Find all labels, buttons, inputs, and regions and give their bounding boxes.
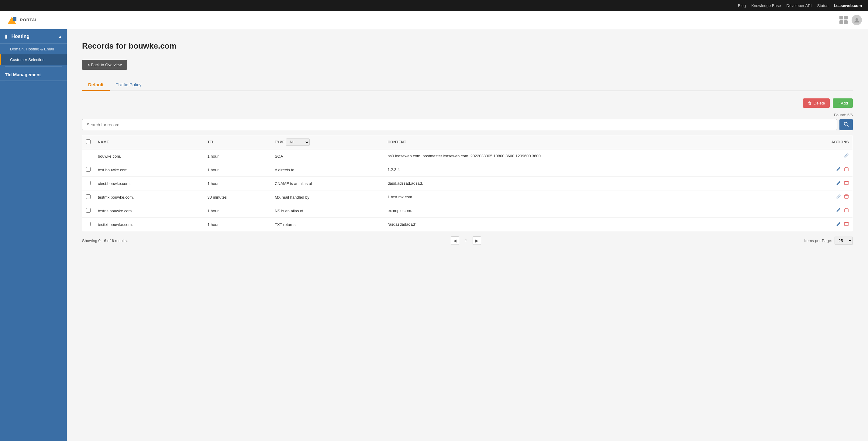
row-actions bbox=[789, 191, 852, 204]
header-ttl: TTL bbox=[204, 135, 271, 149]
row-checkbox[interactable] bbox=[86, 208, 91, 213]
next-page-button[interactable]: ▶ bbox=[473, 236, 481, 245]
nav-knowledge-base[interactable]: Knowledge Base bbox=[751, 3, 781, 8]
sidebar-item-customer[interactable]: Customer Selection bbox=[0, 54, 67, 65]
pagination-row: Showing 0 - 6 of 6 results. ◀ 1 ▶ Items … bbox=[82, 236, 853, 245]
delete-row-icon[interactable] bbox=[844, 194, 849, 200]
row-ttl: 1 hour bbox=[204, 218, 271, 231]
row-checkbox-cell bbox=[82, 191, 95, 204]
row-type: MX mail handled by bbox=[271, 191, 384, 204]
row-ttl: 1 hour bbox=[204, 163, 271, 177]
header-actions: ACTIONS bbox=[789, 135, 852, 149]
row-checkbox[interactable] bbox=[86, 167, 91, 172]
row-content: dasd.adssad.adsad. bbox=[384, 177, 789, 191]
current-page: 1 bbox=[462, 236, 470, 245]
row-actions bbox=[789, 149, 852, 163]
table-row: testns.bouwke.com.1 hourNS is an alias o… bbox=[82, 204, 853, 218]
edit-icon[interactable] bbox=[836, 194, 841, 200]
row-name: bouwke.com. bbox=[94, 149, 204, 163]
header-bar: PORTAL bbox=[0, 11, 868, 29]
row-name: testtxt.bouwke.com. bbox=[94, 218, 204, 231]
svg-rect-8 bbox=[845, 195, 848, 198]
row-ttl: 1 hour bbox=[204, 204, 271, 218]
found-count: Found: 6/6 bbox=[82, 113, 853, 117]
edit-icon[interactable] bbox=[836, 222, 841, 228]
svg-rect-10 bbox=[845, 223, 848, 226]
sidebar-section-hosting: ▮ Hosting ▲ Domain, Hosting & Email Cust… bbox=[0, 29, 67, 65]
edit-icon[interactable] bbox=[836, 208, 841, 214]
row-ttl: 30 minutes bbox=[204, 191, 271, 204]
sidebar-arrow-icon: ▲ bbox=[58, 34, 62, 39]
nav-blog[interactable]: Blog bbox=[738, 3, 746, 8]
search-button[interactable] bbox=[839, 119, 853, 130]
table-row: testmx.bouwke.com.30 minutesMX mail hand… bbox=[82, 191, 853, 204]
logo-text: PORTAL bbox=[20, 18, 38, 22]
sidebar-divider bbox=[5, 66, 62, 67]
sidebar-item-domain[interactable]: Domain, Hosting & Email bbox=[0, 44, 67, 54]
grid-icon[interactable] bbox=[839, 16, 848, 24]
tab-traffic-policy[interactable]: Traffic Policy bbox=[110, 79, 148, 91]
leaseweb-logo-icon bbox=[6, 14, 18, 26]
row-checkbox[interactable] bbox=[86, 222, 91, 226]
search-input[interactable] bbox=[82, 119, 837, 130]
row-content: "asdasdadadad" bbox=[384, 218, 789, 231]
delete-button[interactable]: 🗑 Delete bbox=[803, 98, 830, 108]
tab-bar: Default Traffic Policy bbox=[82, 79, 853, 91]
sidebar-hosting-label: Hosting bbox=[11, 34, 29, 39]
row-name: ctest.bouwke.com. bbox=[94, 177, 204, 191]
row-checkbox-cell bbox=[82, 204, 95, 218]
edit-icon[interactable] bbox=[844, 153, 849, 159]
row-type: TXT returns bbox=[271, 218, 384, 231]
header-type: TYPE All A AAAA CNAME MX NS SOA TXT bbox=[271, 135, 384, 149]
row-actions bbox=[789, 204, 852, 218]
row-checkbox[interactable] bbox=[86, 181, 91, 185]
sidebar-hosting-header[interactable]: ▮ Hosting ▲ bbox=[0, 29, 67, 44]
header-right bbox=[839, 15, 862, 25]
add-button[interactable]: + Add bbox=[833, 98, 853, 108]
pagination-controls: ◀ 1 ▶ bbox=[451, 236, 481, 245]
row-actions bbox=[789, 177, 852, 191]
svg-rect-6 bbox=[845, 168, 848, 171]
delete-row-icon[interactable] bbox=[844, 208, 849, 214]
logo-area: PORTAL bbox=[6, 14, 73, 26]
select-all-checkbox[interactable] bbox=[86, 139, 91, 144]
svg-line-5 bbox=[847, 125, 848, 127]
row-content: 1.2.3.4 bbox=[384, 163, 789, 177]
row-type: NS is an alias of bbox=[271, 204, 384, 218]
tab-default[interactable]: Default bbox=[82, 79, 110, 91]
nav-status[interactable]: Status bbox=[817, 3, 829, 8]
row-name: test.bouwke.com. bbox=[94, 163, 204, 177]
back-to-overview-button[interactable]: < Back to Overview bbox=[82, 60, 127, 70]
header-checkbox-cell bbox=[82, 135, 95, 149]
svg-point-3 bbox=[856, 18, 858, 21]
per-page-select[interactable]: 25 10 50 100 bbox=[835, 237, 853, 245]
row-content: 1 test.mx.com. bbox=[384, 191, 789, 204]
type-filter-select[interactable]: All A AAAA CNAME MX NS SOA TXT bbox=[286, 138, 310, 146]
svg-rect-9 bbox=[845, 209, 848, 212]
row-actions bbox=[789, 218, 852, 231]
delete-row-icon[interactable] bbox=[844, 167, 849, 173]
nav-brand[interactable]: Leaseweb.com bbox=[834, 3, 862, 8]
header-name: NAME bbox=[94, 135, 204, 149]
row-checkbox-cell bbox=[82, 163, 95, 177]
row-content: example.com. bbox=[384, 204, 789, 218]
edit-icon[interactable] bbox=[836, 167, 841, 173]
nav-developer-api[interactable]: Developer API bbox=[786, 3, 812, 8]
delete-row-icon[interactable] bbox=[844, 222, 849, 228]
table-row: test.bouwke.com.1 hourA directs to1.2.3.… bbox=[82, 163, 853, 177]
row-type: SOA bbox=[271, 149, 384, 163]
pagination-info: Showing 0 - 6 of 6 results. bbox=[82, 238, 128, 243]
row-checkbox-cell bbox=[82, 218, 95, 231]
delete-row-icon[interactable] bbox=[844, 180, 849, 186]
user-avatar[interactable] bbox=[851, 15, 862, 25]
main-layout: ▮ Hosting ▲ Domain, Hosting & Email Cust… bbox=[0, 29, 868, 441]
page-title: Records for bouwke.com bbox=[82, 41, 853, 51]
sidebar-tld-management[interactable]: Tld Management bbox=[0, 68, 67, 80]
svg-rect-2 bbox=[13, 17, 17, 21]
row-checkbox[interactable] bbox=[86, 194, 91, 199]
row-ttl: 1 hour bbox=[204, 177, 271, 191]
edit-icon[interactable] bbox=[836, 180, 841, 186]
add-label: + Add bbox=[838, 101, 848, 105]
prev-page-button[interactable]: ◀ bbox=[451, 236, 459, 245]
table-row: bouwke.com.1 hourSOAns0.leaseweb.com. po… bbox=[82, 149, 853, 163]
